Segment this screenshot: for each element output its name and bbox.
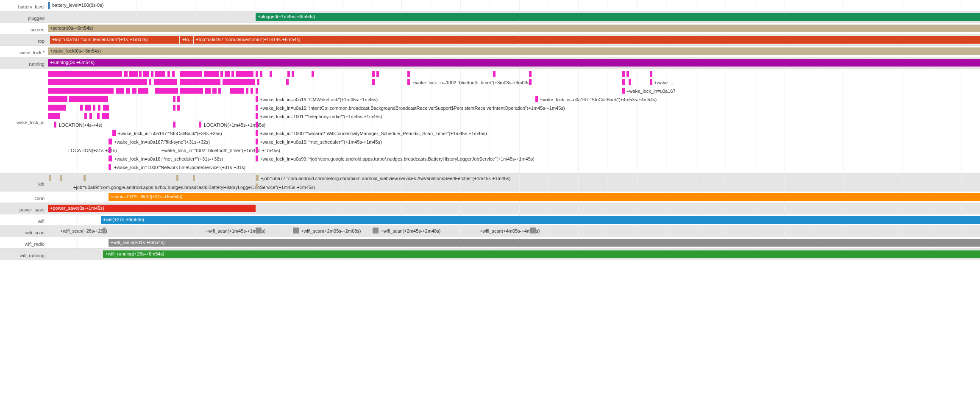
- label-wifi-radio: wifi_radio: [0, 237, 48, 248]
- track-wake-lock[interactable]: +wake_lock(0s-+6m54s): [48, 46, 980, 57]
- track-running[interactable]: +running(0s-+6m54s): [48, 57, 980, 68]
- wl-lane-7: LOCATION(+4s-+4s) LOCATION(+1m45s-+1m45s…: [48, 121, 980, 129]
- track-wifi-radio[interactable]: +wifi_radio(+31s-+6m54s): [48, 237, 980, 248]
- wl-l10: +wake_lock_in=u0a16:"*net_scheduler*"(+1…: [260, 138, 382, 144]
- label-wake-lock: wake_lock *: [0, 46, 48, 57]
- row-battery-level: battery_level battery_level=100(0s-0s): [0, 0, 980, 11]
- row-job: job +job=u0a77:"com.android.chrome/org.c…: [0, 174, 980, 192]
- label-job: job: [0, 174, 48, 191]
- label-wifi-scan: wifi_scan: [0, 226, 48, 237]
- wl-l9: +wake_lock_in=1000:"*walarm*:WifiConnect…: [260, 129, 487, 136]
- label-top: top: [0, 34, 48, 45]
- bar-running[interactable]: +running(0s-+6m54s): [48, 59, 980, 67]
- bar-battery-level[interactable]: [48, 2, 50, 9]
- wl-l6: +wake_lock_in=u0a16:"CMWakeLock"(+1m45s-…: [260, 95, 378, 102]
- label-wifi-running: wifi_running: [0, 249, 48, 260]
- row-top: top +top=u0a167:"com.tencent.mm"(+1s-+1m…: [0, 34, 980, 46]
- row-screen: screen +screen(0s-+6m54s): [0, 23, 980, 34]
- track-wake-lock-in[interactable]: +wake_lock_in=1002:"bluetooth_timer"(+3m…: [48, 69, 980, 173]
- wl-l8: +wake_lock_in=1001:"*telephony-radio*"(+…: [260, 112, 382, 119]
- track-battery-level[interactable]: battery_level=100(0s-0s): [48, 0, 980, 11]
- track-screen[interactable]: +screen(0s-+6m54s): [48, 23, 980, 34]
- row-wifi-scan: wifi_scan +wifi_scan(+28s-+29s) +wifi_sc…: [0, 226, 980, 237]
- bar-conn[interactable]: +conn=TYPE_WIFI(+31s-+6m54s): [109, 193, 980, 201]
- track-wifi-running[interactable]: +wifi_running(+28s-+6m54s): [48, 249, 980, 260]
- wl-l2: +wake_lock_in=u0a167:"fiid-sync"(+31s-+3…: [114, 138, 210, 144]
- row-wake-lock: wake_lock * +wake_lock(0s-+6m54s): [0, 46, 980, 57]
- row-wifi: wifi +wifi(+27s-+6m54s): [0, 214, 980, 226]
- row-wifi-radio: wifi_radio +wifi_radio(+31s-+6m54s): [0, 237, 980, 249]
- wl-lane-4: +wake_lock_in=u0a16:"CMWakeLock"(+1m45s-…: [48, 95, 980, 104]
- wl-l11: +wake_lock_in=u0a99:"*job*/com.google.an…: [260, 155, 535, 161]
- timeline: battery_level battery_level=100(0s-0s) p…: [0, 0, 980, 260]
- wl-l14: +wake_lock_in=u0a167: [626, 87, 676, 94]
- wl-blk[interactable]: [48, 71, 122, 77]
- wl-l5: +wake_lock_in=1002:"bluetooth_timer"(+1m…: [161, 146, 280, 153]
- wl-lane-8: +wake_lock_in=u0a167:"StnCallBack"(+34s-…: [48, 129, 980, 138]
- row-wake-lock-in: wake_lock_in: [0, 69, 980, 174]
- wl-lane-12: +wake_lock_in=1000:"NetworkTimeUpdateSer…: [48, 163, 980, 172]
- ws3: +wifi_scan(+2m05s-+2m08s): [301, 227, 361, 233]
- wl-lane-11: +wake_lock_in=u0a16:"*net_scheduler*"(+3…: [48, 155, 980, 163]
- label-screen: screen: [0, 23, 48, 34]
- bar-top-1[interactable]: +top=u0a167:"com.tencent.mm"(+1s-+1m07s): [50, 36, 179, 44]
- wl-l4: +wake_lock_in=1000:"NetworkTimeUpdateSer…: [114, 163, 245, 170]
- wl-loc1: LOCATION(+4s-+4s): [59, 121, 103, 128]
- label-power-save: power_save: [0, 203, 48, 214]
- track-plugged[interactable]: +plugged(+1m45s-+6m54s): [48, 11, 980, 22]
- wl-lane-9: +wake_lock_in=u0a167:"fiid-sync"(+31s-+3…: [48, 138, 980, 146]
- label-conn: conn: [0, 192, 48, 203]
- track-wifi-scan[interactable]: +wifi_scan(+28s-+29s) +wifi_scan(+1m45s-…: [48, 226, 980, 237]
- row-conn: conn +conn=TYPE_WIFI(+31s-+6m54s): [0, 192, 980, 203]
- track-wifi[interactable]: +wifi(+27s-+6m54s): [48, 214, 980, 225]
- wl-lane-10: LOCATION(+31s-+31s) +wake_lock_in=1002:"…: [48, 146, 980, 155]
- track-conn[interactable]: +conn=TYPE_WIFI(+31s-+6m54s): [48, 192, 980, 203]
- wl-l13: +wake_lock_in=u0a167:"StnCallBack"(+4m53…: [540, 95, 657, 102]
- track-power-save[interactable]: +power_save(0s-+1m45s): [48, 203, 980, 214]
- job-t2: +job=u0a77:"com.android.chrome/org.chrom…: [261, 174, 510, 181]
- bar-screen[interactable]: +screen(0s-+6m54s): [48, 25, 980, 32]
- bar-top-3[interactable]: +top=u0a167:"com.tencent.mm"(+1m14s-+6m5…: [194, 36, 980, 44]
- track-job[interactable]: +job=u0a77:"com.android.chrome/org.chrom…: [48, 174, 980, 191]
- wl-lane-6: +wake_lock_in=1001:"*telephony-radio*"(+…: [48, 112, 980, 121]
- bar-wake-lock[interactable]: +wake_lock(0s-+6m54s): [48, 47, 980, 55]
- row-power-save: power_save +power_save(0s-+1m45s): [0, 203, 980, 214]
- bar-wifi-radio[interactable]: +wifi_radio(+31s-+6m54s): [109, 239, 980, 247]
- label-plugged: plugged: [0, 11, 48, 22]
- bar-plugged[interactable]: +plugged(+1m45s-+6m54s): [256, 13, 980, 21]
- wl-lane-5: +wake_lock_in=u0a16:"IntentOp::common.br…: [48, 104, 980, 112]
- label-wifi: wifi: [0, 214, 48, 225]
- track-top[interactable]: +top=u0a167:"com.tencent.mm"(+1s-+1m07s)…: [48, 34, 980, 45]
- bar-power-save[interactable]: +power_save(0s-+1m45s): [48, 205, 256, 212]
- wl-l15: +wake_…: [654, 78, 675, 85]
- bar-wifi[interactable]: +wifi(+27s-+6m54s): [101, 216, 980, 224]
- wl-l7: +wake_lock_in=u0a16:"IntentOp::common.br…: [260, 104, 565, 111]
- bar-top-2[interactable]: +to…: [180, 36, 193, 44]
- wl-lane-3: +wake_lock_in=u0a167: [48, 87, 980, 95]
- label-running: running: [0, 57, 48, 68]
- row-running: running +running(0s-+6m54s): [0, 57, 980, 69]
- label-battery-level: battery_level: [0, 0, 48, 11]
- wl-lane-1: [48, 70, 980, 78]
- txt-battery-level: battery_level=100(0s-0s): [52, 1, 103, 8]
- ws4: +wifi_scan(+2m45s-+2m48s): [381, 227, 441, 233]
- row-wifi-running: wifi_running +wifi_running(+28s-+6m54s): [0, 249, 980, 260]
- label-wake-lock-in: wake_lock_in: [0, 69, 48, 173]
- row-plugged: plugged +plugged(+1m45s-+6m54s): [0, 11, 980, 23]
- ws1: +wifi_scan(+28s-+29s): [60, 227, 107, 233]
- wl-l12: +wake_lock_in=1002:"bluetooth_timer"(+3m…: [412, 78, 531, 85]
- bar-wifi-running[interactable]: +wifi_running(+28s-+6m54s): [103, 250, 980, 258]
- wl-lane-2: +wake_lock_in=1002:"bluetooth_timer"(+3m…: [48, 78, 980, 87]
- job-t1: +job=u0a99:"com.google.android.apps.turb…: [73, 183, 315, 190]
- wl-l1: +wake_lock_in=u0a167:"StnCallBack"(+34s-…: [118, 129, 222, 136]
- wl-l3: +wake_lock_in=u0a16:"*net_scheduler*"(+3…: [114, 155, 223, 161]
